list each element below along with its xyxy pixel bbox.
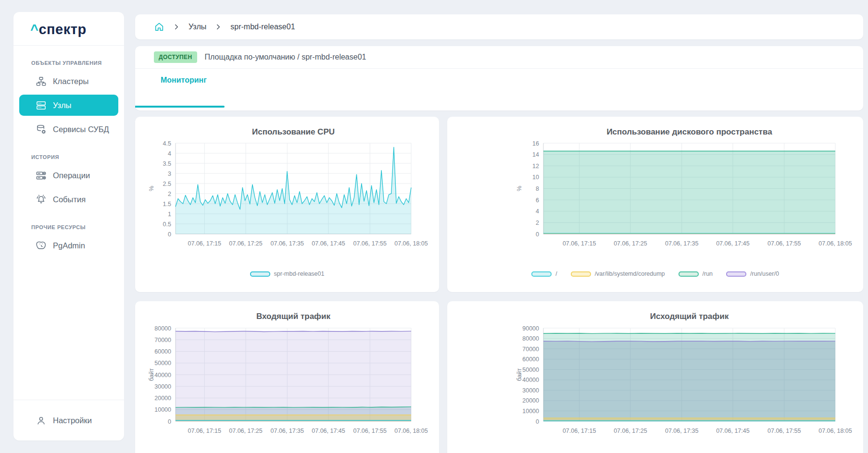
tab-monitoring[interactable]: Мониторинг (161, 76, 207, 85)
svg-text:14: 14 (532, 151, 539, 158)
svg-text:%: % (516, 186, 523, 191)
cpu-usage-chart: 07.06, 17:1507.06, 17:2507.06, 17:3507.0… (135, 117, 439, 292)
svg-text:07.06, 17:35: 07.06, 17:35 (271, 240, 304, 247)
legend-swatch (571, 271, 591, 277)
chart-legend: //var/lib/systemd/coredump/run/run/user/… (447, 270, 863, 277)
svg-text:07.06, 17:35: 07.06, 17:35 (665, 240, 699, 247)
breadcrumb-item-nodes[interactable]: Узлы (189, 23, 206, 31)
svg-text:3: 3 (168, 171, 171, 177)
svg-text:10: 10 (532, 174, 539, 181)
svg-text:40000: 40000 (154, 372, 171, 379)
svg-text:07.06, 17:25: 07.06, 17:25 (614, 428, 647, 434)
legend-label: /run/user/0 (750, 270, 779, 277)
legend-label: /run (703, 270, 713, 277)
svg-text:07.06, 18:05: 07.06, 18:05 (394, 428, 428, 434)
sidebar-section-other-resources: ПРОЧИЕ РЕСУРСЫ (31, 224, 124, 230)
legend-swatch (726, 271, 746, 277)
svg-text:6: 6 (536, 197, 539, 204)
sidebar-item-settings[interactable]: Настройки (19, 410, 118, 431)
svg-text:20000: 20000 (154, 395, 171, 402)
node-path: Площадка по-умолчанию / spr-mbd-release0… (205, 53, 366, 61)
svg-text:4: 4 (536, 208, 539, 215)
bell-icon (36, 194, 47, 205)
outgoing-traffic-chart: 07.06, 17:1507.06, 17:2507.06, 17:3507.0… (447, 301, 863, 453)
sidebar-item-nodes[interactable]: Узлы (19, 95, 118, 116)
tab-active-underline (135, 106, 225, 108)
legend-swatch (531, 271, 552, 277)
sidebar: ^спектр ОБЪЕКТЫ УПРАВЛЕНИЯ Кластеры Узлы… (13, 12, 124, 441)
sidebar-section-objects: ОБЪЕКТЫ УПРАВЛЕНИЯ (31, 60, 124, 66)
svg-text:2: 2 (536, 220, 539, 226)
svg-text:07.06, 17:15: 07.06, 17:15 (563, 240, 596, 247)
svg-text:байт: байт (148, 368, 155, 381)
legend-item[interactable]: /run/user/0 (726, 270, 779, 277)
user-icon (36, 415, 47, 426)
svg-text:0: 0 (536, 231, 539, 238)
legend-item[interactable]: /var/lib/systemd/coredump (571, 270, 665, 277)
svg-text:30000: 30000 (522, 387, 539, 394)
svg-text:2: 2 (168, 191, 171, 197)
sidebar-item-label: Настройки (53, 416, 92, 425)
svg-text:70000: 70000 (522, 346, 539, 353)
sidebar-item-operations[interactable]: Операции (19, 165, 118, 186)
app-logo: ^спектр (13, 12, 124, 46)
legend-item[interactable]: spr-mbd-release01 (250, 270, 325, 277)
legend-item[interactable]: /run (679, 270, 713, 277)
svg-text:80000: 80000 (522, 335, 539, 342)
svg-text:07.06, 18:05: 07.06, 18:05 (818, 428, 852, 434)
svg-text:07.06, 17:15: 07.06, 17:15 (188, 428, 222, 434)
svg-text:0: 0 (168, 418, 171, 425)
disk-usage-chart: 07.06, 17:1507.06, 17:2507.06, 17:3507.0… (447, 117, 863, 292)
home-icon[interactable] (154, 22, 164, 32)
logo-caret-icon: ^ (30, 22, 38, 37)
svg-text:2.5: 2.5 (163, 181, 171, 187)
svg-text:4: 4 (168, 150, 171, 157)
sidebar-footer: Настройки (13, 400, 124, 441)
chevron-right-icon (172, 23, 181, 31)
sidebar-item-db-services[interactable]: Сервисы СУБД (19, 119, 118, 140)
svg-text:60000: 60000 (154, 348, 171, 355)
svg-text:50000: 50000 (154, 360, 171, 367)
node-status-row: ДОСТУПЕН Площадка по-умолчанию / spr-mbd… (135, 46, 863, 69)
legend-swatch (250, 271, 270, 277)
clusters-icon (36, 76, 47, 87)
svg-text:07.06, 17:55: 07.06, 17:55 (767, 428, 801, 434)
svg-text:07.06, 17:25: 07.06, 17:25 (229, 428, 263, 434)
svg-text:10000: 10000 (154, 406, 171, 413)
svg-text:07.06, 17:25: 07.06, 17:25 (614, 240, 647, 247)
legend-label: /var/lib/systemd/coredump (595, 270, 665, 277)
svg-text:%: % (148, 186, 155, 191)
legend-swatch (679, 271, 699, 277)
sidebar-item-label: События (53, 195, 86, 204)
chart-legend: spr-mbd-release01 (135, 270, 439, 277)
svg-text:30000: 30000 (154, 383, 171, 390)
chevron-right-icon (214, 23, 223, 31)
pgadmin-elephant-icon (36, 240, 47, 251)
svg-text:07.06, 18:05: 07.06, 18:05 (394, 240, 428, 247)
svg-text:байт: байт (516, 368, 523, 381)
breadcrumb-item-node-name: spr-mbd-release01 (230, 23, 295, 31)
breadcrumb: Узлы spr-mbd-release01 (135, 14, 863, 39)
logo-text: спектр (38, 22, 86, 37)
incoming-traffic-card: Входящий трафик 07.06, 17:1507.06, 17:25… (135, 301, 439, 453)
svg-text:07.06, 17:15: 07.06, 17:15 (563, 428, 596, 434)
svg-text:07.06, 17:15: 07.06, 17:15 (188, 240, 222, 247)
svg-text:12: 12 (532, 163, 539, 170)
sidebar-item-label: Операции (53, 171, 90, 180)
svg-text:90000: 90000 (522, 325, 539, 332)
svg-text:20000: 20000 (522, 397, 539, 404)
svg-text:60000: 60000 (522, 356, 539, 363)
incoming-traffic-chart: 07.06, 17:1507.06, 17:2507.06, 17:3507.0… (135, 301, 439, 453)
legend-label: spr-mbd-release01 (274, 270, 325, 277)
sidebar-item-pgadmin[interactable]: PgAdmin (19, 235, 118, 256)
sidebar-item-events[interactable]: События (19, 189, 118, 210)
sidebar-item-clusters[interactable]: Кластеры (19, 71, 118, 92)
cpu-usage-card: Использование CPU 07.06, 17:1507.06, 17:… (135, 117, 439, 292)
svg-text:07.06, 17:25: 07.06, 17:25 (229, 240, 263, 247)
svg-text:07.06, 17:55: 07.06, 17:55 (353, 240, 387, 247)
svg-text:50000: 50000 (522, 367, 539, 373)
svg-text:70000: 70000 (154, 337, 171, 343)
svg-text:07.06, 17:45: 07.06, 17:45 (716, 240, 750, 247)
status-badge: ДОСТУПЕН (154, 51, 197, 63)
legend-item[interactable]: / (531, 270, 557, 277)
